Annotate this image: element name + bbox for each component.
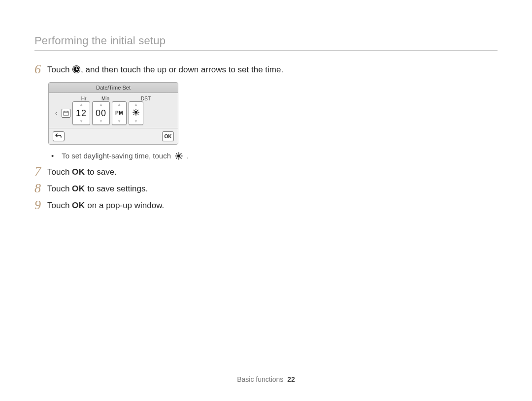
text-segment: , and then touch the up or down arrows t…: [81, 65, 283, 74]
back-icon: [55, 133, 62, 140]
svg-line-15: [137, 110, 138, 110]
device-screenshot: Date/Time Set Hr Min DST ‹ ▲ 12 ▼ ▲: [48, 82, 178, 145]
header-rule: [34, 50, 498, 51]
text-segment: to save settings.: [85, 184, 148, 193]
calendar-button[interactable]: [62, 103, 70, 123]
chevron-down-icon[interactable]: ▼: [99, 119, 103, 124]
minute-spinner[interactable]: ▲ 00 ▼: [92, 101, 110, 125]
step-text: Touch OK to save.: [47, 165, 117, 179]
label-dst: DST: [136, 96, 155, 101]
svg-line-13: [133, 110, 134, 110]
minute-value: 00: [96, 108, 106, 119]
svg-line-23: [181, 157, 181, 158]
svg-point-17: [177, 154, 180, 157]
svg-line-25: [176, 157, 177, 158]
ok-label: OK: [72, 201, 85, 210]
hour-spinner[interactable]: ▲ 12 ▼: [72, 101, 90, 125]
bullet-note: To set daylight-saving time, touch .: [51, 152, 498, 160]
footer-page-number: 22: [287, 375, 295, 383]
sun-dst-icon: [175, 152, 183, 160]
chevron-left-icon[interactable]: ‹: [53, 103, 60, 123]
page-footer: Basic functions 22: [0, 375, 532, 383]
ampm-value: PM: [115, 108, 123, 119]
manual-page: Performing the initial setup 6 Touch , a…: [0, 0, 532, 401]
step-text: Touch , and then touch the up or down ar…: [47, 62, 283, 76]
step-number: 7: [34, 165, 47, 179]
screenshot-body: Hr Min DST ‹ ▲ 12 ▼ ▲ 00 ▼: [49, 93, 178, 128]
chevron-up-icon[interactable]: ▲: [99, 102, 103, 108]
ok-label: OK: [72, 184, 85, 193]
column-labels: Hr Min DST: [74, 96, 174, 101]
chevron-down-icon[interactable]: ▼: [79, 119, 83, 124]
svg-line-16: [133, 114, 134, 114]
step-9: 9 Touch OK on a pop-up window.: [34, 198, 498, 212]
step-number: 9: [34, 198, 47, 212]
step-number: 6: [34, 62, 47, 76]
screenshot-title: Date/Time Set: [49, 83, 178, 93]
text-segment: .: [187, 152, 189, 160]
chevron-up-icon[interactable]: ▲: [134, 102, 138, 108]
chevron-up-icon[interactable]: ▲: [79, 102, 83, 108]
step-6: 6 Touch , and then touch the up or down …: [34, 62, 498, 76]
ok-button[interactable]: OK: [162, 131, 174, 141]
step-number: 8: [34, 182, 47, 195]
text-segment: Touch: [47, 167, 72, 177]
text-segment: Touch: [47, 65, 72, 74]
page-title: Performing the initial setup: [34, 34, 498, 47]
bullet-icon: [51, 152, 58, 160]
dst-spinner[interactable]: ▲ ▼: [129, 101, 143, 125]
text-segment: on a pop-up window.: [85, 201, 165, 210]
chevron-down-icon[interactable]: ▼: [134, 119, 138, 124]
dst-value: [133, 108, 139, 119]
svg-line-24: [181, 154, 181, 154]
label-hr: Hr: [74, 96, 93, 101]
text-segment: to save.: [85, 167, 117, 177]
text-segment: Touch: [47, 201, 72, 210]
step-8: 8 Touch OK to save settings.: [34, 182, 498, 195]
ampm-spinner[interactable]: ▲ PM ▼: [112, 101, 127, 125]
step-7: 7 Touch OK to save.: [34, 165, 498, 179]
chevron-down-icon[interactable]: ▼: [117, 119, 121, 124]
svg-rect-4: [64, 111, 68, 116]
clock-icon: [72, 65, 81, 74]
svg-line-14: [137, 114, 138, 114]
label-min: Min: [96, 96, 115, 101]
hour-value: 12: [76, 108, 87, 119]
footer-section: Basic functions: [237, 375, 283, 383]
spinner-row: ‹ ▲ 12 ▼ ▲ 00 ▼ ▲ PM ▼: [53, 101, 174, 125]
svg-line-22: [176, 154, 177, 154]
chevron-up-icon[interactable]: ▲: [117, 102, 121, 108]
step-text: Touch OK to save settings.: [47, 182, 148, 195]
calendar-icon: [62, 109, 70, 118]
text-segment: To set daylight-saving time, touch: [62, 152, 171, 160]
back-button[interactable]: [53, 131, 65, 141]
step-text: Touch OK on a pop-up window.: [47, 198, 164, 212]
screenshot-footer: OK: [49, 128, 178, 144]
ok-label: OK: [72, 167, 85, 177]
text-segment: Touch: [47, 184, 72, 193]
svg-point-8: [134, 111, 137, 114]
